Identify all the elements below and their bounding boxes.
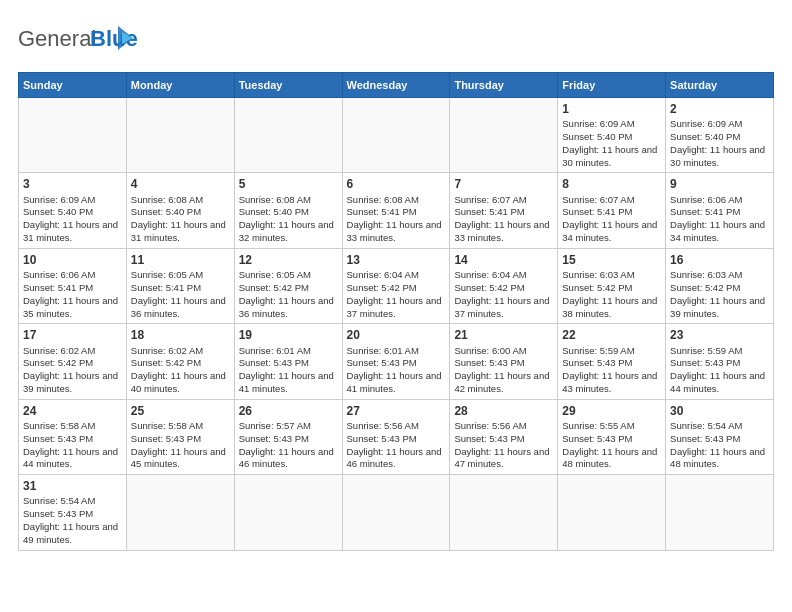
day-info: Sunrise: 6:09 AM Sunset: 5:40 PM Dayligh… (562, 118, 661, 169)
calendar-cell: 16Sunrise: 6:03 AM Sunset: 5:42 PM Dayli… (666, 248, 774, 323)
calendar-table: SundayMondayTuesdayWednesdayThursdayFrid… (18, 72, 774, 551)
calendar-week-4: 17Sunrise: 6:02 AM Sunset: 5:42 PM Dayli… (19, 324, 774, 399)
calendar-cell: 10Sunrise: 6:06 AM Sunset: 5:41 PM Dayli… (19, 248, 127, 323)
day-number: 5 (239, 176, 338, 192)
page: General Blue SundayMondayTuesdayWednesda… (0, 0, 792, 561)
calendar-cell: 4Sunrise: 6:08 AM Sunset: 5:40 PM Daylig… (126, 173, 234, 248)
day-number: 20 (347, 327, 446, 343)
weekday-header-friday: Friday (558, 73, 666, 98)
logo-area: General Blue (18, 18, 138, 66)
calendar-cell (450, 475, 558, 550)
day-info: Sunrise: 5:54 AM Sunset: 5:43 PM Dayligh… (670, 420, 769, 471)
day-number: 24 (23, 403, 122, 419)
calendar-cell: 3Sunrise: 6:09 AM Sunset: 5:40 PM Daylig… (19, 173, 127, 248)
calendar-cell: 15Sunrise: 6:03 AM Sunset: 5:42 PM Dayli… (558, 248, 666, 323)
calendar-cell: 5Sunrise: 6:08 AM Sunset: 5:40 PM Daylig… (234, 173, 342, 248)
day-number: 21 (454, 327, 553, 343)
calendar-cell: 28Sunrise: 5:56 AM Sunset: 5:43 PM Dayli… (450, 399, 558, 474)
day-info: Sunrise: 6:07 AM Sunset: 5:41 PM Dayligh… (562, 194, 661, 245)
calendar-cell (450, 98, 558, 173)
day-info: Sunrise: 6:01 AM Sunset: 5:43 PM Dayligh… (239, 345, 338, 396)
day-info: Sunrise: 6:09 AM Sunset: 5:40 PM Dayligh… (670, 118, 769, 169)
calendar-cell: 31Sunrise: 5:54 AM Sunset: 5:43 PM Dayli… (19, 475, 127, 550)
calendar-cell: 19Sunrise: 6:01 AM Sunset: 5:43 PM Dayli… (234, 324, 342, 399)
day-number: 10 (23, 252, 122, 268)
calendar-cell: 21Sunrise: 6:00 AM Sunset: 5:43 PM Dayli… (450, 324, 558, 399)
day-number: 4 (131, 176, 230, 192)
day-info: Sunrise: 6:08 AM Sunset: 5:40 PM Dayligh… (131, 194, 230, 245)
day-info: Sunrise: 6:05 AM Sunset: 5:41 PM Dayligh… (131, 269, 230, 320)
calendar-cell: 26Sunrise: 5:57 AM Sunset: 5:43 PM Dayli… (234, 399, 342, 474)
day-number: 14 (454, 252, 553, 268)
calendar-cell: 27Sunrise: 5:56 AM Sunset: 5:43 PM Dayli… (342, 399, 450, 474)
day-number: 30 (670, 403, 769, 419)
day-info: Sunrise: 6:02 AM Sunset: 5:42 PM Dayligh… (131, 345, 230, 396)
day-number: 8 (562, 176, 661, 192)
calendar-cell: 6Sunrise: 6:08 AM Sunset: 5:41 PM Daylig… (342, 173, 450, 248)
day-info: Sunrise: 6:09 AM Sunset: 5:40 PM Dayligh… (23, 194, 122, 245)
day-number: 31 (23, 478, 122, 494)
calendar-week-3: 10Sunrise: 6:06 AM Sunset: 5:41 PM Dayli… (19, 248, 774, 323)
calendar-cell: 7Sunrise: 6:07 AM Sunset: 5:41 PM Daylig… (450, 173, 558, 248)
day-info: Sunrise: 5:54 AM Sunset: 5:43 PM Dayligh… (23, 495, 122, 546)
calendar-week-5: 24Sunrise: 5:58 AM Sunset: 5:43 PM Dayli… (19, 399, 774, 474)
day-info: Sunrise: 5:59 AM Sunset: 5:43 PM Dayligh… (562, 345, 661, 396)
weekday-header-thursday: Thursday (450, 73, 558, 98)
calendar-cell: 13Sunrise: 6:04 AM Sunset: 5:42 PM Dayli… (342, 248, 450, 323)
day-number: 7 (454, 176, 553, 192)
day-number: 19 (239, 327, 338, 343)
weekday-header-saturday: Saturday (666, 73, 774, 98)
day-info: Sunrise: 6:01 AM Sunset: 5:43 PM Dayligh… (347, 345, 446, 396)
calendar-cell (234, 98, 342, 173)
calendar-cell (342, 98, 450, 173)
calendar-cell: 29Sunrise: 5:55 AM Sunset: 5:43 PM Dayli… (558, 399, 666, 474)
day-info: Sunrise: 6:06 AM Sunset: 5:41 PM Dayligh… (670, 194, 769, 245)
calendar-cell: 25Sunrise: 5:58 AM Sunset: 5:43 PM Dayli… (126, 399, 234, 474)
calendar-cell (558, 475, 666, 550)
day-info: Sunrise: 5:56 AM Sunset: 5:43 PM Dayligh… (347, 420, 446, 471)
day-info: Sunrise: 6:04 AM Sunset: 5:42 PM Dayligh… (347, 269, 446, 320)
day-number: 16 (670, 252, 769, 268)
calendar-cell (19, 98, 127, 173)
day-number: 26 (239, 403, 338, 419)
calendar-cell: 12Sunrise: 6:05 AM Sunset: 5:42 PM Dayli… (234, 248, 342, 323)
calendar-cell: 24Sunrise: 5:58 AM Sunset: 5:43 PM Dayli… (19, 399, 127, 474)
day-info: Sunrise: 6:08 AM Sunset: 5:41 PM Dayligh… (347, 194, 446, 245)
day-info: Sunrise: 6:04 AM Sunset: 5:42 PM Dayligh… (454, 269, 553, 320)
calendar-cell (126, 98, 234, 173)
weekday-header-wednesday: Wednesday (342, 73, 450, 98)
day-info: Sunrise: 6:08 AM Sunset: 5:40 PM Dayligh… (239, 194, 338, 245)
calendar-cell: 1Sunrise: 6:09 AM Sunset: 5:40 PM Daylig… (558, 98, 666, 173)
day-info: Sunrise: 5:59 AM Sunset: 5:43 PM Dayligh… (670, 345, 769, 396)
day-info: Sunrise: 6:00 AM Sunset: 5:43 PM Dayligh… (454, 345, 553, 396)
day-number: 22 (562, 327, 661, 343)
calendar-cell (126, 475, 234, 550)
calendar-cell: 20Sunrise: 6:01 AM Sunset: 5:43 PM Dayli… (342, 324, 450, 399)
day-number: 25 (131, 403, 230, 419)
day-number: 3 (23, 176, 122, 192)
calendar-cell: 17Sunrise: 6:02 AM Sunset: 5:42 PM Dayli… (19, 324, 127, 399)
day-info: Sunrise: 5:57 AM Sunset: 5:43 PM Dayligh… (239, 420, 338, 471)
day-number: 28 (454, 403, 553, 419)
day-number: 18 (131, 327, 230, 343)
day-number: 1 (562, 101, 661, 117)
day-number: 12 (239, 252, 338, 268)
day-info: Sunrise: 5:58 AM Sunset: 5:43 PM Dayligh… (131, 420, 230, 471)
day-info: Sunrise: 5:55 AM Sunset: 5:43 PM Dayligh… (562, 420, 661, 471)
day-info: Sunrise: 6:07 AM Sunset: 5:41 PM Dayligh… (454, 194, 553, 245)
day-info: Sunrise: 6:03 AM Sunset: 5:42 PM Dayligh… (670, 269, 769, 320)
calendar-cell: 14Sunrise: 6:04 AM Sunset: 5:42 PM Dayli… (450, 248, 558, 323)
calendar-cell (666, 475, 774, 550)
svg-text:General: General (18, 26, 96, 51)
day-number: 23 (670, 327, 769, 343)
day-number: 13 (347, 252, 446, 268)
day-number: 27 (347, 403, 446, 419)
header: General Blue (18, 18, 774, 66)
day-info: Sunrise: 6:06 AM Sunset: 5:41 PM Dayligh… (23, 269, 122, 320)
calendar-cell: 30Sunrise: 5:54 AM Sunset: 5:43 PM Dayli… (666, 399, 774, 474)
calendar-week-2: 3Sunrise: 6:09 AM Sunset: 5:40 PM Daylig… (19, 173, 774, 248)
day-number: 17 (23, 327, 122, 343)
calendar-cell: 18Sunrise: 6:02 AM Sunset: 5:42 PM Dayli… (126, 324, 234, 399)
calendar-cell: 2Sunrise: 6:09 AM Sunset: 5:40 PM Daylig… (666, 98, 774, 173)
calendar-cell: 11Sunrise: 6:05 AM Sunset: 5:41 PM Dayli… (126, 248, 234, 323)
